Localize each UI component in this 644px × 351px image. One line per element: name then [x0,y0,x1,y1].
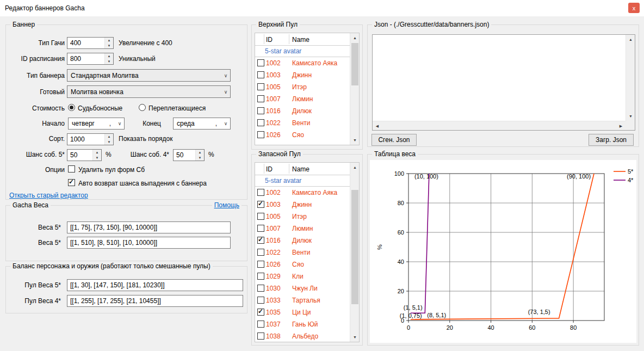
json-vertical-scrollbar[interactable]: ▲ ▼ [626,35,635,121]
scrollbar-thumb[interactable] [351,43,358,85]
spin-down-icon[interactable]: ▼ [195,155,204,161]
row-id: 1026 [266,131,281,139]
scroll-up-icon[interactable]: ▲ [350,33,360,42]
json-content [374,36,624,119]
row-checkbox[interactable] [257,321,264,328]
banner-type-select[interactable]: Стандартная Молитва ∨ [67,69,231,82]
pool-list-item[interactable]: 1038 Альбедо [255,330,359,342]
row-name: Джинн [292,201,312,208]
sort-spinner[interactable]: 1000 ▲▼ [67,133,114,145]
pool-list-item[interactable]: 1037 Гань Юй [255,318,359,330]
row-checkbox[interactable] [257,249,264,256]
pool-list-item[interactable]: 1003 Джинн [255,69,359,81]
row-checkbox[interactable] [257,119,264,126]
backup-pool-scrollbar[interactable]: ▲ ▼ [350,163,359,342]
row-checkbox[interactable] [257,285,264,292]
scroll-up-icon[interactable]: ▲ [626,35,635,44]
start-day-value: четверг [69,120,109,127]
scrollbar-thumb[interactable] [351,190,358,304]
weights5-label: Веса 5* [7,224,61,231]
pool-list-item[interactable]: 1022 Венти [255,247,359,258]
pool-list-item[interactable]: 1016 Дилюк [255,105,359,117]
json-horizontal-scrollbar[interactable]: ◀ ▶ [373,121,626,130]
row-checkbox[interactable] [257,189,264,196]
prefab-select[interactable]: Молитва новичка ∨ [67,85,231,98]
cost-radio-intertwined[interactable] [139,104,146,111]
weights4-input[interactable]: [[1, 510], [8, 510], [10, 10000]] [67,237,231,249]
row-id: 1002 [266,59,281,67]
pool-weights5-input[interactable]: [[1, 30], [147, 150], [181, 10230]] [67,279,243,291]
pool-list-item[interactable]: 1035 Ци Ци [255,306,359,318]
pool-list-item[interactable]: 1026 Сяо [255,258,359,270]
gacha-type-spinner[interactable]: 400 ▲▼ [67,37,114,49]
scroll-up-icon[interactable]: ▲ [350,163,360,172]
row-checkbox[interactable] [257,332,264,340]
row-checkbox[interactable] [257,297,264,304]
schedule-id-spinner[interactable]: 800 ▲▼ [67,53,114,65]
pool-list-item[interactable]: 1007 Люмин [255,223,359,235]
scroll-down-icon[interactable]: ▼ [350,136,360,145]
row-checkbox[interactable] [257,71,264,78]
spin-up-icon[interactable]: ▲ [195,150,204,155]
load-json-button[interactable]: Загр. Json [589,134,634,146]
spin-down-icon[interactable]: ▼ [104,59,113,64]
row-checkbox[interactable] [257,83,264,90]
end-day-select[interactable]: среда , ∨ [173,118,231,130]
row-checkbox[interactable] [257,131,264,138]
pool-list-item[interactable]: 1007 Люмин [255,93,359,105]
row-checkbox[interactable] [257,225,264,232]
pool-list-item[interactable]: 1030 Чжун Ли [255,282,359,294]
row-checkbox[interactable] [257,309,264,316]
scroll-down-icon[interactable]: ▼ [350,332,360,342]
spin-up-icon[interactable]: ▲ [104,53,113,59]
spin-up-icon[interactable]: ▲ [104,134,113,139]
spin-up-icon[interactable]: ▲ [104,38,113,43]
row-name: Камисато Аяка [292,189,337,196]
row-name: Люмин [292,225,313,232]
spin-down-icon[interactable]: ▼ [104,139,113,145]
row-name: Сяо [292,131,304,139]
row-name: Кли [292,273,304,280]
row-checkbox[interactable] [257,95,264,102]
cost-radio-fateful[interactable] [68,104,75,111]
auto-return-checkbox[interactable] [68,179,75,186]
delete-pool-checkbox[interactable] [68,165,75,173]
spin-down-icon[interactable]: ▼ [104,43,113,48]
row-checkbox[interactable] [257,237,264,244]
scroll-right-icon[interactable]: ▶ [616,121,626,131]
pool-weights4-input[interactable]: [[1, 255], [17, 255], [21, 10455]] [67,295,243,307]
chance4-spinner[interactable]: 50 ▲▼ [173,149,205,161]
spin-up-icon[interactable]: ▲ [92,150,101,155]
pool-weights4-label: Пул Веса 4* [7,297,61,305]
pool-list-item[interactable]: 1022 Венти [255,117,359,129]
row-id: 1016 [266,107,281,115]
row-checkbox[interactable] [257,59,264,66]
start-day-select[interactable]: четверг , ∨ [68,118,125,130]
upper-pool-scrollbar[interactable]: ▲ ▼ [350,33,359,145]
svg-text:4*: 4* [628,177,634,183]
json-textarea[interactable]: ▲ ▼ ◀ ▶ [372,34,635,131]
pool-list-item[interactable]: 1026 Сяо [255,129,359,141]
pool-list-item[interactable]: 1005 Итэр [255,81,359,93]
pool-list-item[interactable]: 1033 Тарталья [255,294,359,306]
pool-list-item[interactable]: 1005 Итэр [255,211,359,223]
close-button[interactable]: x [628,3,640,13]
help-link[interactable]: Помощь [212,201,242,209]
row-checkbox[interactable] [257,261,264,268]
row-checkbox[interactable] [257,213,264,220]
row-checkbox[interactable] [257,201,264,208]
pool-list-item[interactable]: 1029 Кли [255,270,359,282]
pool-list-item[interactable]: 1016 Дилюк [255,235,359,247]
spin-down-icon[interactable]: ▼ [92,155,101,161]
row-checkbox[interactable] [257,273,264,280]
scroll-down-icon[interactable]: ▼ [626,112,635,121]
weights5-input[interactable]: [[1, 75], [73, 150], [90, 10000]] [67,221,231,233]
pool-list-item[interactable]: 1002 Камисато Аяка [255,187,359,199]
pool-list-item[interactable]: 1003 Джинн [255,199,359,211]
pool-list-item[interactable]: 1002 Камисато Аяка [255,57,359,69]
scroll-left-icon[interactable]: ◀ [373,121,382,131]
old-editor-link[interactable]: Открыть старый редактор [9,192,88,199]
row-checkbox[interactable] [257,107,264,114]
chance5-spinner[interactable]: 50 ▲▼ [67,149,102,161]
generate-json-button[interactable]: Сген. Json [371,134,417,146]
